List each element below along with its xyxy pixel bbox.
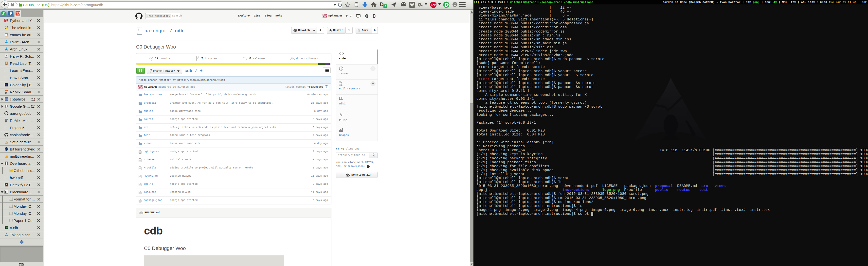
svg-text:ABP: ABP [431, 4, 436, 6]
svg-text:/@: /@ [5, 227, 8, 229]
svg-text:D: D [380, 1, 384, 7]
svg-text:4: 4 [385, 5, 386, 8]
